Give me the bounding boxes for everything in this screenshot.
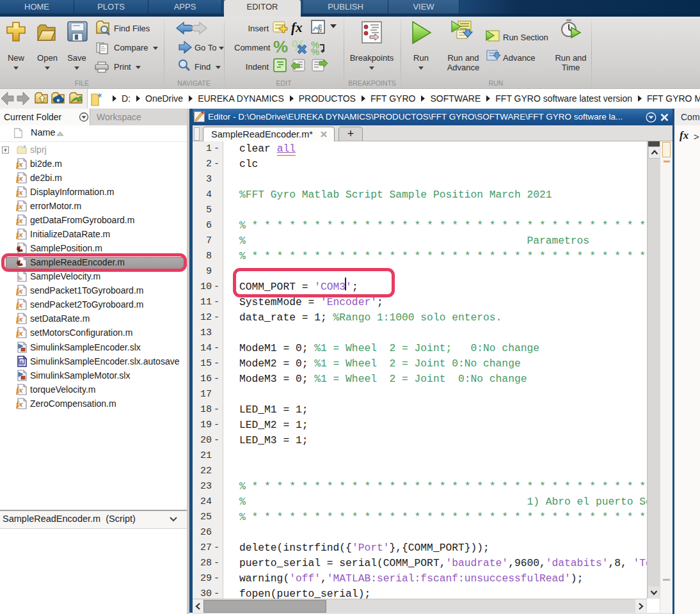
svg-text:fx: fx (16, 300, 23, 310)
svg-text:%: % (311, 46, 319, 57)
svg-text:fx: fx (16, 159, 23, 169)
svg-text:%: % (273, 37, 288, 56)
svg-text:fx: fx (16, 216, 23, 225)
svg-text:fx: fx (16, 230, 23, 239)
svg-text:fx: fx (16, 286, 23, 295)
svg-text:fx: fx (291, 20, 303, 35)
svg-text:fx: fx (16, 399, 23, 409)
svg-text:fx: fx (16, 173, 23, 183)
svg-text:fx: fx (16, 187, 23, 197)
svg-text:fx: fx (16, 314, 23, 324)
svg-text:fi: fi (318, 26, 322, 33)
svg-text:fx: fx (16, 201, 23, 211)
svg-text:fx: fx (16, 328, 23, 338)
svg-text:c: c (20, 359, 24, 365)
svg-text:fx: fx (16, 385, 23, 395)
